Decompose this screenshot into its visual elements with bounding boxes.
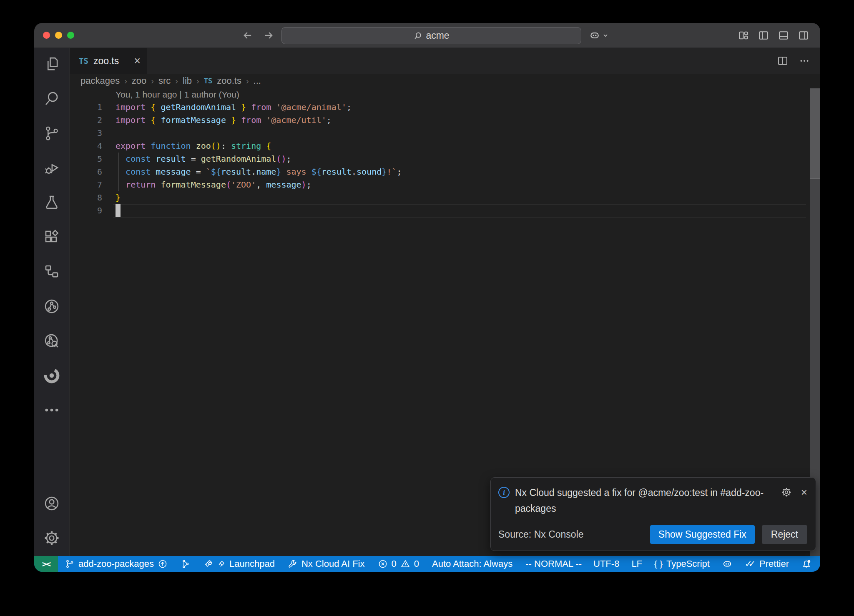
code-lines: 1import { getRandomAnimal } from '@acme/… [70,101,820,217]
code-line[interactable]: 9 [70,204,820,217]
split-editor-icon[interactable] [777,55,789,67]
braces-icon: { } [654,559,663,569]
toggle-panel-icon[interactable] [778,30,789,41]
vscode-window: acme [34,23,820,572]
copilot-icon[interactable] [589,30,600,41]
navigate-forward-icon[interactable] [263,30,274,41]
launchpad-item[interactable]: Launchpad [203,558,275,569]
graph-icon [181,559,191,569]
code-line[interactable]: 6 const message = `${result.name} says $… [70,165,820,178]
language-mode-item[interactable]: { } TypeScript [654,558,710,569]
language-label: TypeScript [666,558,710,569]
code-line[interactable]: 3 [70,127,820,140]
project-structure-icon[interactable] [42,262,61,281]
line-number: 6 [70,165,102,178]
screen-background: acme [0,0,854,616]
copilot-icon [722,558,733,569]
tab-zoo-ts[interactable]: TS zoo.ts × [70,48,147,74]
toggle-primary-sidebar-icon[interactable] [758,30,769,41]
search-icon[interactable] [42,89,61,108]
notification-source: Source: Nx Console [498,529,584,540]
vim-mode-item[interactable]: -- NORMAL -- [525,558,582,569]
source-control-icon[interactable] [42,124,61,143]
breadcrumb-item[interactable]: packages [80,75,120,86]
breadcrumb-item[interactable]: lib [183,75,192,86]
testing-icon[interactable] [42,193,61,212]
small-rocket-icon [217,560,226,568]
line-number: 9 [70,204,102,217]
typescript-file-icon: TS [204,77,212,85]
auto-attach-item[interactable]: Auto Attach: Always [432,558,512,569]
breadcrumb-item[interactable]: src [158,75,171,86]
close-notification-icon[interactable]: × [801,487,807,498]
navigate-back-icon[interactable] [242,30,254,41]
remote-indicator[interactable]: >< [34,556,58,572]
close-tab-icon[interactable]: × [134,55,141,67]
line-number: 4 [70,140,102,153]
search-text: acme [426,30,449,41]
edge-browser-icon[interactable] [42,366,61,385]
run-and-debug-icon[interactable] [42,158,61,178]
notification-toast: i Nx Cloud suggested a fix for @acme/zoo… [490,477,816,551]
eol-item[interactable]: LF [631,558,642,569]
breadcrumb-item[interactable]: ... [254,75,261,86]
window-controls [43,32,74,39]
chevron-right-icon: › [175,76,178,86]
chevron-down-icon[interactable] [602,32,609,39]
typescript-file-icon: TS [79,56,88,65]
customize-layout-icon[interactable] [738,30,749,41]
code-line[interactable]: 8} [70,191,820,204]
code-line[interactable]: 5 const result = getRandomAnimal(); [70,153,820,165]
line-number: 3 [70,127,102,140]
minimize-window-button[interactable] [55,32,62,39]
nx-cloud-ai-fix-item[interactable]: Nx Cloud AI Fix [288,558,365,569]
publish-cloud-icon [158,559,168,569]
accounts-icon[interactable] [42,494,61,513]
additional-views-icon[interactable] [42,401,61,420]
code-line[interactable]: 4export function zoo(): string { [70,140,820,153]
rocket-icon [203,559,214,569]
prettier-label: Prettier [759,558,789,569]
notification-settings-gear-icon[interactable] [781,487,792,498]
command-center-search[interactable]: acme [281,27,581,44]
problems-item[interactable]: 0 0 [378,558,419,569]
status-bar: >< add-zoo-packages Launchpad Nx C [34,556,820,572]
zoom-window-button[interactable] [67,32,74,39]
code-line[interactable]: 1import { getRandomAnimal } from '@acme/… [70,101,820,114]
error-icon [378,559,388,569]
warning-icon [400,559,410,569]
toggle-secondary-sidebar-icon[interactable] [798,30,809,41]
nx-cloud-icon[interactable] [42,331,61,351]
nx-fix-label: Nx Cloud AI Fix [301,558,365,569]
warning-count: 0 [414,558,419,569]
settings-gear-icon[interactable] [42,528,61,548]
extensions-icon[interactable] [42,228,61,247]
copilot-status-item[interactable] [722,558,733,569]
line-number: 1 [70,101,102,114]
reject-button[interactable]: Reject [762,525,807,544]
breadcrumb-item[interactable]: zoo [132,75,146,86]
line-number: 7 [70,178,102,191]
git-blame-annotation: You, 1 hour ago | 1 author (You) [70,88,820,101]
notifications-bell-item[interactable] [801,558,812,569]
editor-cursor [116,204,121,217]
breadcrumbs: packages › zoo › src › lib › TS zoo.ts ›… [70,74,820,88]
line-number: 2 [70,114,102,127]
nx-console-icon[interactable] [42,297,61,316]
line-number: 5 [70,153,102,165]
search-icon [413,31,422,40]
source-control-graph-item[interactable] [181,559,191,569]
close-window-button[interactable] [43,32,50,39]
explorer-icon[interactable] [42,55,61,74]
show-suggested-fix-button[interactable]: Show Suggested Fix [650,525,755,544]
git-branch-item[interactable]: add-zoo-packages [65,558,168,569]
encoding-item[interactable]: UTF-8 [593,558,619,569]
code-line[interactable]: 7 return formatMessage('ZOO', message); [70,178,820,191]
prettier-item[interactable]: ✓✓ Prettier [745,558,789,569]
scrollbar-slider[interactable] [810,88,820,179]
editor-more-actions-icon[interactable] [799,55,810,67]
tab-label: zoo.ts [93,55,119,67]
tab-bar: TS zoo.ts × [70,48,820,74]
code-line[interactable]: 2import { formatMessage } from '@acme/ut… [70,114,820,127]
breadcrumb-item[interactable]: zoo.ts [217,75,241,86]
